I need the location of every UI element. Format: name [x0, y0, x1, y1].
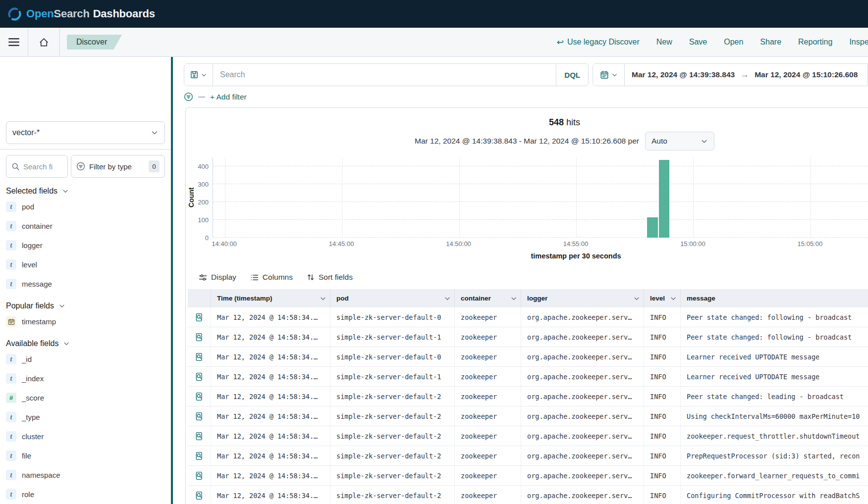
search-input[interactable]: [213, 70, 556, 79]
query-language-button[interactable]: DQL: [556, 64, 588, 86]
field-item-level[interactable]: tlevel: [6, 255, 165, 274]
field-search-input[interactable]: [23, 162, 58, 171]
field-item-_score[interactable]: #_score: [6, 388, 165, 407]
field-item-pod[interactable]: tpod: [6, 197, 165, 216]
field-name: cluster: [22, 432, 44, 441]
nav-action-reporting[interactable]: Reporting: [798, 38, 832, 47]
string-field-icon: t: [6, 373, 16, 384]
table-row: Mar 12, 2024 @ 14:58:34.…simple-zk-serve…: [188, 367, 868, 387]
filter-by-type-button[interactable]: Filter by type 0: [71, 155, 165, 178]
field-item-role[interactable]: trole: [6, 485, 165, 504]
field-item-_type[interactable]: t_type: [6, 407, 165, 427]
column-sort-chevron-icon[interactable]: [633, 295, 640, 302]
y-tick-label: 100: [198, 216, 209, 224]
nav-action-inspect[interactable]: Inspect: [849, 38, 868, 47]
field-search-box[interactable]: [6, 155, 68, 178]
nav-action-label: Reporting: [798, 38, 832, 47]
quick-select-button[interactable]: [593, 64, 625, 86]
column-header-level: level: [644, 289, 680, 307]
expand-document-icon[interactable]: [188, 486, 211, 504]
expand-document-icon[interactable]: [188, 426, 211, 446]
cell-container: zookeeper: [454, 307, 521, 327]
field-name: pod: [22, 202, 34, 211]
expand-document-icon[interactable]: [188, 307, 211, 327]
field-section-header-popular-fields[interactable]: Popular fields: [6, 302, 165, 310]
column-sort-chevron-icon[interactable]: [444, 295, 451, 302]
column-sort-chevron-icon[interactable]: [670, 295, 677, 302]
field-item-timestamp[interactable]: timestamp: [6, 312, 165, 331]
string-field-icon: t: [6, 240, 16, 251]
field-section-label: Popular fields: [6, 302, 54, 310]
y-tick-label: 400: [198, 163, 209, 170]
field-item-container[interactable]: tcontainer: [6, 216, 165, 236]
cell-time: Mar 12, 2024 @ 14:58:34.…: [211, 426, 330, 446]
column-header-label: level: [650, 295, 665, 302]
expand-document-icon[interactable]: [188, 466, 211, 485]
x-gridline: [693, 157, 694, 238]
x-axis-caption: timestamp per 30 seconds: [213, 252, 868, 260]
breadcrumb-discover[interactable]: Discover: [67, 35, 122, 50]
nav-action-use-legacy-discover[interactable]: ↩Use legacy Discover: [557, 37, 640, 48]
field-section-header-available-fields[interactable]: Available fields: [6, 339, 165, 348]
nav-action-save[interactable]: Save: [689, 38, 707, 47]
table-tool-sort-fields[interactable]: Sort fields: [307, 273, 353, 282]
cell-message: Learner received UPTODATE message: [680, 347, 868, 366]
index-pattern-select[interactable]: vector-*: [6, 121, 165, 144]
filter-icon: [184, 92, 193, 101]
cell-message: zookeeper.forward_learner_requests_to_co…: [680, 466, 868, 485]
string-field-icon: t: [6, 489, 16, 500]
field-item-cluster[interactable]: tcluster: [6, 427, 165, 446]
date-field-icon: [6, 316, 16, 327]
field-item-_id[interactable]: t_id: [6, 350, 165, 369]
field-item-file[interactable]: tfile: [6, 446, 165, 465]
field-item-message[interactable]: tmessage: [6, 274, 165, 294]
x-axis-ticks: 14:40:0014:45:0014:50:0014:55:0015:00:00…: [213, 238, 868, 250]
chart-plot-area[interactable]: [213, 157, 868, 238]
add-filter-button[interactable]: + Add filter: [210, 93, 247, 101]
column-sort-chevron-icon[interactable]: [510, 295, 517, 302]
histogram-bar-14:58:00[interactable]: [647, 217, 658, 238]
date-end[interactable]: Mar 12, 2024 @ 15:10:26.608: [755, 70, 858, 79]
hits-count: 548: [549, 117, 564, 127]
menu-hamburger-icon[interactable]: [8, 36, 20, 48]
chevron-down-icon: [63, 340, 70, 347]
table-tool-display[interactable]: Display: [199, 273, 236, 282]
expand-document-icon[interactable]: [188, 406, 211, 426]
brand-wordmark: OpenSearchDashboards: [26, 7, 155, 20]
expand-document-icon[interactable]: [188, 327, 211, 347]
date-start[interactable]: Mar 12, 2024 @ 14:39:38.843: [632, 70, 735, 79]
brand-search: Search: [54, 7, 89, 20]
table-tool-label: Columns: [263, 273, 293, 282]
field-item-namespace[interactable]: tnamespace: [6, 465, 165, 485]
field-item-logger[interactable]: tlogger: [6, 236, 165, 255]
table-tool-label: Display: [211, 273, 236, 282]
field-name: role: [22, 490, 34, 499]
cell-container: zookeeper: [454, 446, 521, 465]
interval-value: Auto: [651, 137, 701, 146]
interval-select[interactable]: Auto: [645, 132, 714, 151]
date-picker: Mar 12, 2024 @ 14:39:38.843 → Mar 12, 20…: [593, 63, 868, 86]
nav-action-new[interactable]: New: [656, 38, 672, 47]
table-tool-columns[interactable]: Columns: [250, 273, 293, 282]
column-header-logger: logger: [521, 289, 644, 307]
expand-document-icon[interactable]: [188, 446, 211, 465]
opensearch-logo-icon: [8, 7, 21, 21]
home-icon[interactable]: [39, 37, 49, 48]
cell-time: Mar 12, 2024 @ 14:58:34.…: [211, 387, 330, 406]
field-item-_index[interactable]: t_index: [6, 369, 165, 388]
documents-table: Time (timestamp)podcontainerloggerlevelm…: [188, 289, 868, 504]
cell-logger: org.apache.zookeeper.serv…: [521, 446, 644, 465]
expand-document-icon[interactable]: [188, 367, 211, 386]
expand-document-icon[interactable]: [188, 347, 211, 366]
nav-action-share[interactable]: Share: [760, 38, 781, 47]
field-section-header-selected-fields[interactable]: Selected fields: [6, 187, 165, 196]
column-sort-chevron-icon[interactable]: [320, 295, 326, 302]
field-name: timestamp: [22, 317, 56, 326]
expand-document-icon[interactable]: [188, 387, 211, 406]
nav-action-open[interactable]: Open: [724, 38, 743, 47]
cell-message: Configuring CommitProcessor with readBat…: [680, 486, 868, 504]
saved-query-menu-button[interactable]: [184, 64, 213, 86]
string-field-icon: t: [6, 412, 16, 422]
cell-level: INFO: [644, 446, 680, 465]
histogram-bar-14:58:30[interactable]: [659, 160, 670, 238]
